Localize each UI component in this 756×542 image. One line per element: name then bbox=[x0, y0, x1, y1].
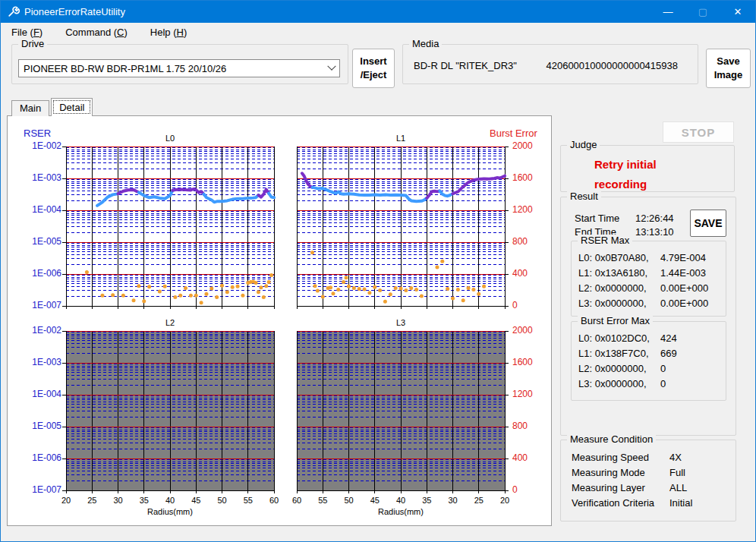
close-button[interactable]: ✕ bbox=[720, 1, 755, 23]
media-serial: 420600010000000000415938 bbox=[546, 60, 690, 71]
burst-error-max-group: Burst Error Max L0: 0x0102DC0,424 L1: 0x… bbox=[571, 321, 726, 401]
verification-criteria-value: Initial bbox=[669, 497, 692, 509]
maximize-button[interactable]: ▢ bbox=[685, 1, 720, 23]
menu-help[interactable]: Help (H) bbox=[150, 27, 187, 38]
burst-max-row-l2: L2: 0x0000000,0 bbox=[578, 363, 723, 374]
title-bar: PioneerErrorRateUtility — ▢ ✕ bbox=[1, 1, 755, 23]
measuring-mode-value: Full bbox=[669, 467, 685, 478]
result-group: Result Start Time 12:26:44 End Time 13:1… bbox=[560, 197, 736, 436]
tab-strip: Main Detail bbox=[11, 98, 94, 116]
rser-max-row-l2: L2: 0x0000000,0.00E+000 bbox=[578, 282, 723, 294]
tab-detail[interactable]: Detail bbox=[51, 98, 93, 116]
media-type: BD-R DL "RITEK_DR3" bbox=[414, 60, 517, 71]
start-time-label: Start Time bbox=[575, 213, 619, 224]
measuring-mode-label: Measuring Mode bbox=[572, 467, 645, 478]
media-group-label: Media bbox=[409, 38, 442, 50]
end-time-value: 13:13:10 bbox=[635, 226, 674, 238]
drive-combobox[interactable]: PIONEER BD-RW BDR-PR1ML 1.75 20/10/26 bbox=[18, 59, 340, 77]
result-group-label: Result bbox=[567, 191, 601, 203]
judge-group-label: Judge bbox=[567, 139, 600, 151]
save-button[interactable]: SAVE bbox=[690, 210, 726, 237]
detail-tab-panel bbox=[7, 115, 552, 526]
measure-condition-group: Measure Condition Measuring Speed 4X Mea… bbox=[560, 440, 736, 522]
burst-error-max-label: Burst Error Max bbox=[578, 315, 653, 327]
measuring-layer-label: Measuring Layer bbox=[572, 482, 645, 493]
app-window: PioneerErrorRateUtility — ▢ ✕ File (F) C… bbox=[0, 0, 756, 542]
chevron-down-icon bbox=[327, 62, 335, 71]
menu-file[interactable]: File (F) bbox=[11, 27, 43, 38]
rser-max-label: RSER Max bbox=[578, 235, 632, 247]
rser-max-group: RSER Max L0: 0x0B70A80,4.79E-004 L1: 0x1… bbox=[571, 241, 726, 317]
media-group: Media BD-R DL "RITEK_DR3" 42060001000000… bbox=[402, 44, 698, 84]
rser-max-row-l0: L0: 0x0B70A80,4.79E-004 bbox=[578, 252, 723, 263]
window-title: PioneerErrorRateUtility bbox=[24, 6, 125, 17]
wrench-icon bbox=[7, 5, 20, 18]
drive-group: Drive PIONEER BD-RW BDR-PR1ML 1.75 20/10… bbox=[11, 44, 348, 84]
insert-eject-button[interactable]: Insert /Eject bbox=[352, 49, 395, 88]
save-image-button[interactable]: Save Image bbox=[706, 49, 751, 88]
rser-max-row-l3: L3: 0x0000000,0.00E+000 bbox=[578, 298, 723, 309]
verification-criteria-label: Verification Criteria bbox=[572, 497, 654, 509]
drive-combobox-value: PIONEER BD-RW BDR-PR1ML 1.75 20/10/26 bbox=[24, 63, 226, 74]
burst-max-row-l1: L1: 0x138F7C0,669 bbox=[578, 348, 723, 359]
judge-group: Judge Retry initial recording bbox=[560, 145, 735, 192]
measure-condition-label: Measure Condition bbox=[567, 433, 656, 446]
judge-result-text: Retry initial recording bbox=[594, 155, 657, 194]
measuring-speed-value: 4X bbox=[669, 452, 682, 463]
minimize-button[interactable]: — bbox=[650, 1, 685, 23]
tab-main[interactable]: Main bbox=[11, 100, 49, 116]
menu-bar: File (F) Command (C) Help (H) bbox=[1, 23, 755, 41]
measuring-layer-value: ALL bbox=[669, 482, 687, 493]
stop-button[interactable]: STOP bbox=[663, 121, 734, 143]
drive-group-label: Drive bbox=[18, 38, 47, 50]
menu-command[interactable]: Command (C) bbox=[65, 27, 128, 38]
measuring-speed-label: Measuring Speed bbox=[572, 452, 649, 463]
start-time-value: 12:26:44 bbox=[635, 213, 674, 224]
burst-max-row-l3: L3: 0x0000000,0 bbox=[578, 378, 723, 389]
rser-max-row-l1: L1: 0x13A6180,1.44E-003 bbox=[578, 267, 723, 279]
burst-max-row-l0: L0: 0x0102DC0,424 bbox=[578, 332, 723, 344]
